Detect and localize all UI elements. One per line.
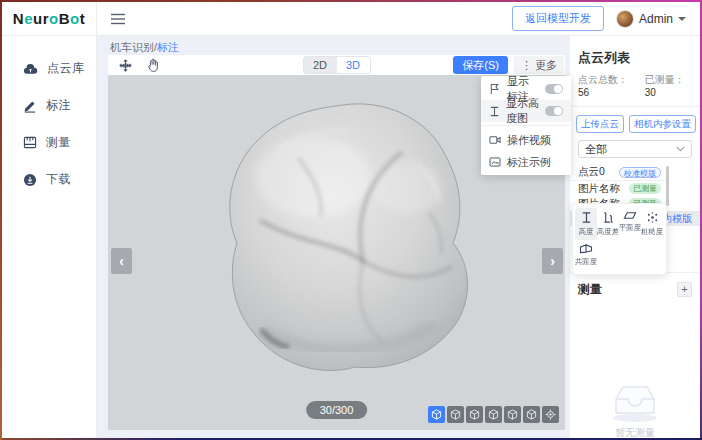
heightmap-icon [489, 106, 500, 117]
sidebar-item-annotate[interactable]: 标注 [2, 87, 96, 124]
cube-icon [431, 409, 442, 420]
list-item-name: 图片名称 [578, 182, 620, 196]
logo-letter: o [49, 10, 59, 27]
more-dropdown-menu: 显示标注显示高度图操作视频标注示例 [481, 76, 571, 175]
point-cloud-render [203, 93, 483, 385]
tool-label: 粗糙度 [641, 226, 663, 236]
height-icon [580, 211, 593, 224]
user-menu[interactable]: Admin [616, 10, 686, 28]
toggle-switch[interactable] [545, 106, 563, 116]
add-measure-button[interactable]: + [677, 282, 692, 297]
tool-flatness[interactable]: 平面度 [619, 208, 641, 240]
logo-letter: o [70, 10, 80, 27]
menu-item-label: 标注示例 [507, 155, 563, 170]
logo-letter: u [33, 10, 43, 27]
list-item[interactable]: 点云0校准模版 [570, 164, 669, 181]
view-front-button[interactable] [447, 406, 464, 423]
sidebar-item-download[interactable]: 下载 [2, 161, 96, 198]
breadcrumb-current: 标注 [157, 41, 179, 53]
stat-label: 已测量： [645, 74, 685, 85]
stat-value: 56 [578, 87, 589, 98]
cube-icon [450, 409, 461, 420]
tool-height[interactable]: 高度 [575, 208, 597, 240]
sidebar-item-measure[interactable]: 测量 [2, 124, 96, 161]
cube-icon [526, 409, 537, 420]
sidebar-nav: 点云库标注测量下载 [2, 36, 97, 438]
status-badge: 校准模版 [619, 167, 661, 178]
tool-coplanarity[interactable]: 共面度 [575, 240, 597, 270]
menu-collapse-icon[interactable] [111, 13, 125, 25]
image-counter: 30/300 [306, 401, 368, 419]
filter-value: 全部 [585, 142, 607, 157]
tool-label: 共面度 [575, 256, 597, 266]
panel-stats: 点云总数：56已测量：30 [570, 67, 700, 107]
panel-title: 点云列表 [570, 36, 700, 67]
view-top-button[interactable] [523, 406, 540, 423]
prev-image-button[interactable]: ‹ [111, 248, 132, 274]
view-right-button[interactable] [504, 406, 521, 423]
tool-label: 高度差 [597, 226, 619, 236]
view-back-button[interactable] [466, 406, 483, 423]
menu-item-标注示例[interactable]: 标注示例 [481, 151, 571, 173]
example-icon [489, 157, 501, 167]
tool-label: 平面度 [619, 222, 641, 232]
upload-pointcloud-button[interactable]: 上传点云 [576, 115, 624, 133]
menu-item-操作视频[interactable]: 操作视频 [481, 129, 571, 151]
breadcrumb: 机车识别/标注 [110, 40, 179, 55]
sidebar-item-label: 下载 [46, 171, 71, 188]
target-icon [545, 409, 556, 420]
avatar [616, 10, 634, 28]
ruler-icon [23, 136, 37, 149]
measure-tool-palette: 高度高度差平面度粗糙度共面度 [572, 203, 667, 275]
back-to-model-dev-button[interactable]: 返回模型开发 [512, 6, 604, 31]
header-right: 返回模型开发 Admin [512, 6, 700, 31]
more-button[interactable]: ⋮ 更多 [514, 56, 564, 74]
empty-box-icon [606, 381, 664, 423]
panel-buttons: 上传点云相机内参设置 [570, 107, 700, 133]
list-scrollbar[interactable] [666, 166, 669, 206]
menu-item-显示高度图[interactable]: 显示高度图 [481, 100, 571, 122]
view-2d-button[interactable]: 2D [304, 57, 337, 73]
hand-pan-icon[interactable] [146, 58, 160, 73]
coplanarity-icon [579, 243, 593, 254]
breadcrumb-parent[interactable]: 机车识别 [110, 41, 154, 53]
canvas-toolbar: 2D 3D 保存(S) ⋮ 更多 [108, 55, 565, 75]
move-3d-icon[interactable] [118, 58, 133, 73]
ellipsis-icon: ⋮ [521, 59, 532, 72]
view-center-button[interactable] [542, 406, 559, 423]
next-image-button[interactable]: › [542, 248, 563, 274]
empty-state: 暂无测量 [570, 381, 700, 440]
user-name: Admin [639, 12, 673, 26]
tool-label: 高度 [579, 226, 594, 236]
download-icon [23, 173, 37, 187]
sidebar-item-label: 点云库 [47, 60, 85, 77]
tool-height-diff[interactable]: 高度差 [597, 208, 619, 240]
chevron-down-icon [678, 17, 686, 21]
menu-item-label: 操作视频 [507, 133, 563, 148]
pointcloud-panel: 点云列表 点云总数：56已测量：30 上传点云相机内参设置 全部 点云0校准模版… [570, 36, 700, 438]
tool-roughness[interactable]: 粗糙度 [641, 208, 663, 240]
stat: 点云总数：56 [578, 73, 635, 98]
sidebar-item-label: 标注 [46, 97, 71, 114]
roughness-icon [646, 211, 659, 224]
logo: NeuroBot [13, 10, 85, 27]
heightdiff-icon [602, 211, 615, 224]
stat-value: 30 [645, 87, 656, 98]
filter-select[interactable]: 全部 [578, 140, 692, 158]
flatness-icon [623, 211, 637, 220]
view-left-button[interactable] [485, 406, 502, 423]
view-3d-button[interactable]: 3D [337, 57, 370, 73]
sidebar-item-pointcloud-library[interactable]: 点云库 [2, 50, 96, 87]
measure-section-header: 测量 + [570, 272, 700, 298]
stat: 已测量：30 [645, 73, 692, 98]
list-item[interactable]: 图片名称已测量 [570, 181, 669, 196]
logo-letter: t [80, 10, 86, 27]
cube-icon [507, 409, 518, 420]
camera-params-button[interactable]: 相机内参设置 [629, 115, 696, 133]
toggle-switch[interactable] [545, 84, 563, 94]
view-iso-button[interactable] [428, 406, 445, 423]
frame-border-top [0, 0, 702, 2]
cloud-icon [23, 63, 38, 75]
pen-icon [23, 99, 37, 113]
save-button[interactable]: 保存(S) [453, 56, 508, 74]
